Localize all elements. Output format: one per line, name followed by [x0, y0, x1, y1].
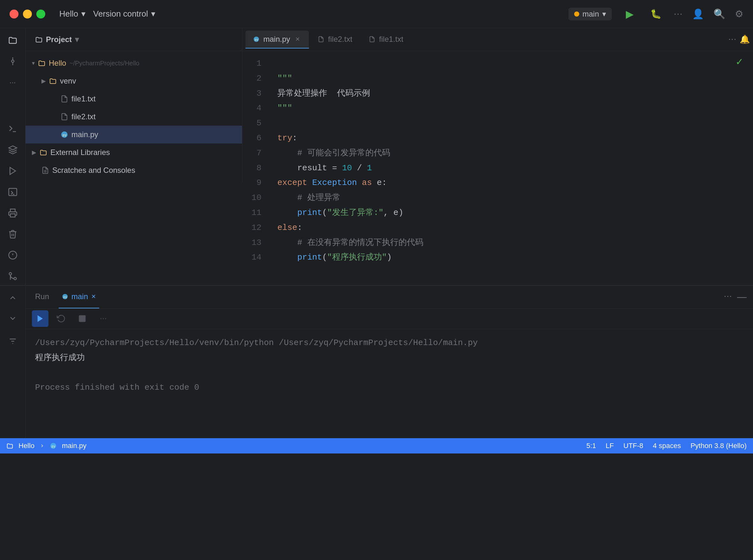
- statusbar-right: 5:1 LF UTF-8 4 spaces Python 3.8 (Hello): [586, 442, 747, 450]
- tree-item-external-libs[interactable]: ▶ External Libraries: [25, 143, 242, 161]
- activity-bar: ···: [0, 28, 25, 285]
- code-content[interactable]: """ 异常处理操作 代码示例 """ try: # 可能会引发异常的代码 re…: [268, 51, 753, 285]
- notification-icon[interactable]: 🔔: [739, 35, 750, 44]
- run-config-badge[interactable]: main ▾: [568, 8, 612, 20]
- tree-item-venv[interactable]: ▶ venv: [25, 72, 242, 90]
- project-folder-icon: [35, 36, 43, 43]
- chevron-right-icon: ▶: [41, 78, 46, 84]
- chevron-down-icon: ▾: [32, 60, 35, 67]
- activity-git-icon[interactable]: [4, 267, 22, 285]
- tree-hello-path: ~/PycharmProjects/Hello: [69, 60, 140, 67]
- svg-text:py: py: [62, 133, 67, 137]
- file2-txt-icon: [61, 113, 68, 121]
- run-sidebar-down-icon[interactable]: [4, 309, 22, 327]
- svg-text:py: py: [52, 444, 56, 448]
- run-sidebar: [0, 286, 25, 438]
- code-editor: 1 2 3 4 5 6 7 8 9 10 11 12 13 14 """ 异常处…: [242, 51, 753, 285]
- statusbar-indent[interactable]: 4 spaces: [653, 442, 681, 450]
- project-panel: Project ▾ ▾ Hello ~/PycharmProjects/Hell…: [25, 28, 242, 182]
- svg-rect-8: [10, 214, 15, 217]
- activity-play-icon[interactable]: [4, 162, 22, 180]
- restart-button[interactable]: [53, 310, 69, 327]
- tab-more-icon[interactable]: ⋯: [728, 35, 736, 44]
- tree-item-file1[interactable]: file1.txt: [25, 90, 242, 108]
- run-sidebar-filter-icon[interactable]: [4, 332, 22, 350]
- run-toolbar: ⋯: [25, 309, 753, 329]
- version-control-label[interactable]: Version control ▾: [93, 9, 155, 19]
- statusbar-encoding[interactable]: UTF-8: [624, 442, 643, 450]
- project-tree: ▾ Hello ~/PycharmProjects/Hello ▶ venv f…: [25, 51, 242, 182]
- output-result-line: 程序执行成功: [35, 351, 744, 365]
- settings-icon[interactable]: ⚙: [735, 8, 744, 19]
- activity-commit-icon[interactable]: [4, 52, 22, 70]
- tree-item-main[interactable]: py main.py: [25, 126, 242, 143]
- run-toolbar-more-icon[interactable]: ⋯: [95, 310, 111, 327]
- tabs-right-actions: ⋯ 🔔: [728, 35, 750, 44]
- tree-file1-label: file1.txt: [72, 94, 96, 103]
- run-tab-main[interactable]: py main ✕: [59, 285, 99, 308]
- svg-rect-26: [79, 315, 86, 322]
- debug-button[interactable]: 🐛: [648, 6, 664, 22]
- user-icon[interactable]: 👤: [692, 8, 704, 19]
- line-numbers: 1 2 3 4 5 6 7 8 9 10 11 12 13 14: [242, 51, 268, 285]
- activity-info-icon[interactable]: [4, 246, 22, 264]
- project-title: Hello: [59, 9, 78, 19]
- run-button[interactable]: ▶: [621, 6, 638, 22]
- version-control-text: Version control: [93, 9, 148, 19]
- stop-button[interactable]: [74, 310, 90, 327]
- statusbar-project[interactable]: Hello: [19, 442, 35, 450]
- tab-file2-txt[interactable]: file2.txt: [310, 31, 360, 48]
- svg-marker-4: [8, 146, 17, 150]
- activity-delete-icon[interactable]: [4, 225, 22, 243]
- search-icon[interactable]: 🔍: [713, 8, 725, 19]
- run-tabs-right: ⋯ —: [724, 292, 747, 302]
- content-area: ···: [0, 28, 753, 454]
- more-options-button[interactable]: ⋯: [674, 8, 683, 19]
- activity-dots-icon[interactable]: ···: [4, 73, 22, 91]
- run-tab-main-close[interactable]: ✕: [91, 293, 96, 300]
- svg-point-0: [12, 60, 14, 62]
- activity-folder-icon[interactable]: [4, 31, 22, 49]
- statusbar-position[interactable]: 5:1: [586, 442, 596, 450]
- rerun-button[interactable]: [32, 310, 48, 327]
- activity-layers-icon[interactable]: [4, 141, 22, 159]
- titlebar-right: main ▾ ▶ 🐛 ⋯ 👤 🔍 ⚙: [568, 6, 744, 22]
- run-main: Run py main ✕ ⋯ —: [25, 286, 753, 438]
- maximize-button[interactable]: [36, 9, 45, 19]
- statusbar-line-ending[interactable]: LF: [606, 442, 614, 450]
- project-name-label[interactable]: Hello ▾: [59, 9, 85, 19]
- venv-folder-icon: [49, 77, 57, 85]
- svg-point-13: [9, 273, 12, 275]
- main-py-tab-close[interactable]: ✕: [294, 35, 301, 43]
- close-button[interactable]: [9, 9, 19, 19]
- svg-marker-5: [10, 167, 16, 175]
- minimize-button[interactable]: [23, 9, 32, 19]
- statusbar-python[interactable]: Python 3.8 (Hello): [691, 442, 747, 450]
- tree-hello-label: Hello: [49, 59, 66, 67]
- top-content: ···: [0, 28, 753, 285]
- statusbar-folder-icon: [6, 442, 14, 449]
- ext-lib-icon: [40, 148, 47, 156]
- svg-point-12: [14, 277, 16, 280]
- main-py-tab-label: main.py: [263, 35, 290, 44]
- run-sidebar-up-icon[interactable]: [4, 289, 22, 307]
- run-minimize-icon[interactable]: —: [737, 292, 747, 302]
- tree-item-scratches[interactable]: Scratches and Consoles: [25, 161, 242, 179]
- run-tab-run[interactable]: Run: [32, 285, 52, 308]
- statusbar-file[interactable]: main.py: [62, 442, 86, 450]
- activity-print-icon[interactable]: [4, 204, 22, 222]
- activity-terminal-icon[interactable]: [4, 183, 22, 201]
- statusbar-py-icon: py: [50, 442, 57, 449]
- tree-scratches-label: Scratches and Consoles: [52, 166, 135, 175]
- run-tab-py-icon: py: [62, 294, 68, 300]
- run-tabs-more-icon[interactable]: ⋯: [724, 292, 732, 302]
- project-panel-chevron-icon: ▾: [75, 35, 79, 44]
- ext-chevron-icon: ▶: [32, 149, 36, 156]
- tab-main-py[interactable]: py main.py ✕: [245, 31, 309, 48]
- tree-item-file2[interactable]: file2.txt: [25, 108, 242, 126]
- main-py-tab-icon: py: [253, 36, 260, 42]
- activity-run-console-icon[interactable]: [4, 120, 22, 138]
- tree-item-hello[interactable]: ▾ Hello ~/PycharmProjects/Hello: [25, 54, 242, 72]
- file1-tab-label: file1.txt: [379, 35, 403, 44]
- tab-file1-txt[interactable]: file1.txt: [361, 31, 411, 48]
